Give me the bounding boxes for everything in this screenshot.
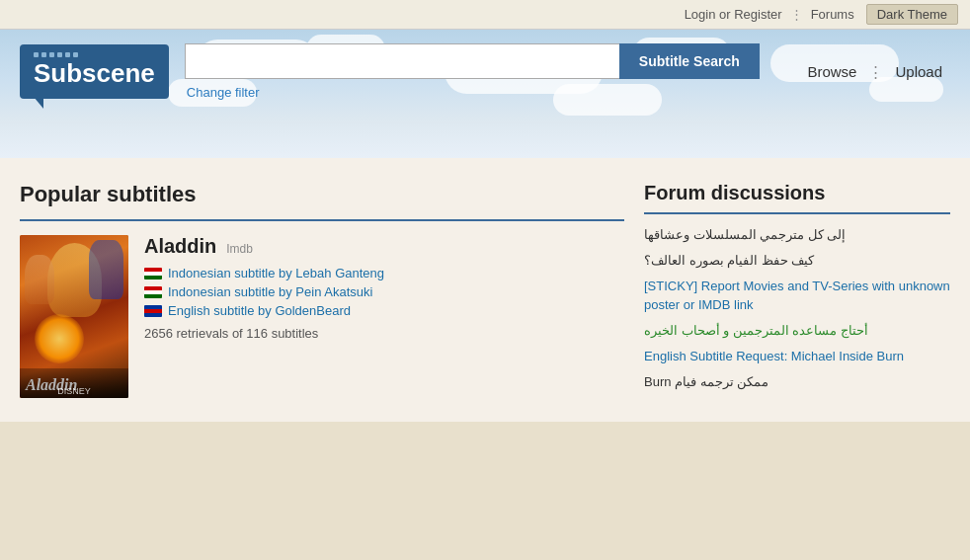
- logo-bubble: [34, 97, 43, 109]
- nav-links: Browse ⋮ Upload: [799, 59, 950, 84]
- movie-title[interactable]: Aladdin: [144, 235, 216, 257]
- popular-section: Popular subtitles Aladdin DISNEY Aladdin…: [20, 182, 624, 398]
- popular-subtitles-title: Popular subtitles: [20, 182, 624, 207]
- subtitle-list: Indonesian subtitle by Lebah Ganteng Ind…: [144, 266, 624, 318]
- top-bar: Login or Register ⋮ Forums Dark Theme: [0, 0, 970, 30]
- logo-dot-3: [49, 52, 54, 57]
- subtitle-item-0: Indonesian subtitle by Lebah Ganteng: [144, 266, 624, 280]
- logo-dots: [34, 52, 155, 57]
- logo-dot-4: [57, 52, 62, 57]
- search-input[interactable]: [185, 43, 619, 79]
- login-register-link[interactable]: Login or Register: [677, 5, 790, 24]
- search-area: Subtitle Search Change filter: [185, 43, 784, 100]
- poster-glow: [35, 314, 84, 363]
- nav-sep: ⋮: [868, 63, 883, 81]
- forum-link-2[interactable]: [STICKY] Report Movies and TV-Series wit…: [644, 278, 950, 313]
- upload-link[interactable]: Upload: [887, 59, 950, 84]
- main-content: Popular subtitles Aladdin DISNEY Aladdin…: [0, 158, 970, 422]
- top-bar-links: Login or Register ⋮ Forums Dark Theme: [677, 4, 958, 25]
- search-row: Subtitle Search: [185, 43, 760, 79]
- flag-en-2: [144, 305, 162, 317]
- popular-divider: [20, 219, 624, 221]
- forum-title: Forum discussions: [644, 182, 950, 204]
- logo-dot-1: [34, 52, 39, 57]
- forum-item-5: ممكن ترجمه فيام Burn: [644, 373, 950, 391]
- forum-item-4: English Subtitle Request: Michael Inside…: [644, 348, 950, 365]
- change-filter-link[interactable]: Change filter: [187, 85, 260, 100]
- subtitle-item-1: Indonesian subtitle by Pein Akatsuki: [144, 284, 624, 299]
- subtitle-search-button[interactable]: Subtitle Search: [619, 43, 760, 79]
- subtitle-link-1[interactable]: Indonesian subtitle by Pein Akatsuki: [168, 284, 372, 299]
- flag-id-0: [144, 268, 162, 280]
- forum-item-0: إلى كل مترجمي المسلسلات وعشاقها: [644, 226, 950, 244]
- forum-item-3: أحتاج مساعده المترجمين و أصحاب الخيره: [644, 322, 950, 340]
- movie-card: Aladdin DISNEY Aladdin Imdb Indonesian s…: [20, 235, 624, 398]
- header: Subscene Subtitle Search Change filter B…: [0, 30, 970, 158]
- poster-figure2: [25, 255, 54, 304]
- poster-brand: DISNEY: [57, 386, 91, 396]
- forum-divider: [644, 212, 950, 214]
- flag-id-1: [144, 286, 162, 298]
- forum-link-5[interactable]: ممكن ترجمه فيام Burn: [644, 373, 950, 391]
- logo-dot-5: [65, 52, 70, 57]
- movie-imdb-link[interactable]: Imdb: [226, 242, 253, 256]
- subtitle-link-0[interactable]: Indonesian subtitle by Lebah Ganteng: [168, 266, 384, 280]
- poster-figure3: [89, 240, 123, 299]
- forum-item-2: [STICKY] Report Movies and TV-Series wit…: [644, 278, 950, 313]
- dark-theme-button[interactable]: Dark Theme: [866, 4, 958, 25]
- logo-text: Subscene: [34, 58, 155, 88]
- forums-link[interactable]: Forums: [803, 5, 862, 24]
- logo-dot-6: [73, 52, 78, 57]
- forum-section: Forum discussions إلى كل مترجمي المسلسلا…: [644, 182, 950, 391]
- subtitle-item-2: English subtitle by GoldenBeard: [144, 303, 624, 318]
- forum-link-0[interactable]: إلى كل مترجمي المسلسلات وعشاقها: [644, 226, 950, 244]
- forum-link-4[interactable]: English Subtitle Request: Michael Inside…: [644, 348, 950, 365]
- browse-link[interactable]: Browse: [799, 59, 864, 84]
- forum-link-3[interactable]: أحتاج مساعده المترجمين و أصحاب الخيره: [644, 322, 950, 340]
- forum-list: إلى كل مترجمي المسلسلات وعشاقها كيف حفظ …: [644, 226, 950, 391]
- subtitle-link-2[interactable]: English subtitle by GoldenBeard: [168, 303, 351, 318]
- forum-link-1[interactable]: كيف حفظ الفيام بصوره العالف؟: [644, 252, 950, 270]
- forum-item-1: كيف حفظ الفيام بصوره العالف؟: [644, 252, 950, 270]
- movie-poster: Aladdin DISNEY: [20, 235, 128, 398]
- header-content: Subscene Subtitle Search Change filter B…: [20, 43, 950, 100]
- logo-link[interactable]: Subscene: [20, 44, 169, 100]
- retrieval-text: 2656 retrievals of 116 subtitles: [144, 326, 624, 341]
- top-bar-sep1: ⋮: [790, 7, 803, 22]
- logo-dot-2: [41, 52, 46, 57]
- movie-info: Aladdin Imdb Indonesian subtitle by Leba…: [144, 235, 624, 341]
